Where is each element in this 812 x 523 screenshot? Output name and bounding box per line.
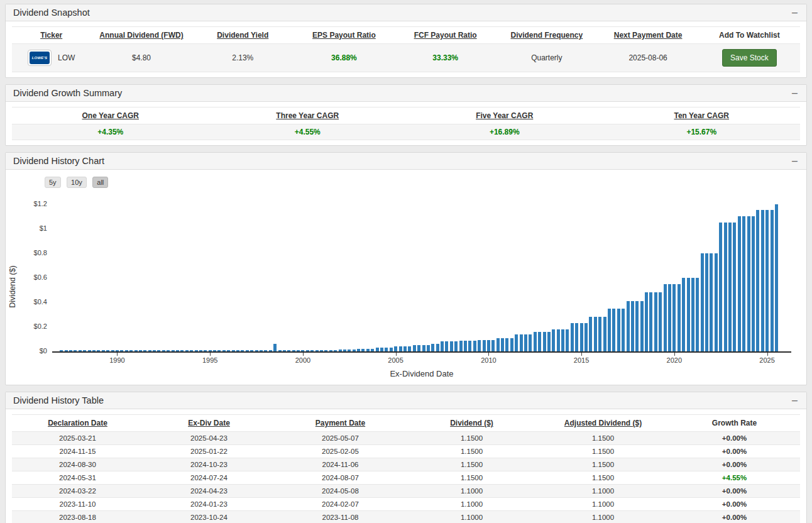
chart-bar	[236, 350, 239, 351]
x-tick-mark	[581, 353, 582, 356]
column-header-fcf-payout-ratio[interactable]: FCF Payout Ratio	[414, 31, 477, 40]
chart-bar	[761, 210, 764, 351]
column-header-dividend-frequency[interactable]: Dividend Frequency	[511, 31, 583, 40]
column-header-growth-rate: Growth Rate	[712, 419, 757, 427]
chart-bar	[190, 350, 193, 351]
column-header-one-year-cagr[interactable]: One Year CAGR	[82, 111, 139, 120]
chart-bar	[399, 346, 402, 351]
chart-collapse-button[interactable]: –	[791, 157, 799, 165]
history-collapse-button[interactable]: –	[791, 396, 799, 405]
y-tick-label: $0	[16, 347, 47, 355]
chart-bar	[728, 223, 732, 351]
chart-bar	[83, 350, 86, 351]
ticker-cell: LOWE'S LOW	[14, 50, 88, 66]
chart-panel-header: Dividend History Chart –	[6, 153, 806, 170]
range-button-10y[interactable]: 10y	[67, 177, 87, 188]
declaration-date-cell: 2023-11-10	[12, 498, 143, 511]
adjusted-dividend-cell: 1.1000	[537, 498, 669, 511]
chart-bar	[92, 350, 96, 351]
payment-date-cell: 2024-08-07	[275, 471, 406, 485]
chart-bar	[74, 350, 77, 351]
x-tick-mark	[117, 353, 118, 356]
chart-bar	[501, 338, 504, 352]
chart-bar	[324, 350, 327, 351]
growth-collapse-button[interactable]: –	[791, 89, 799, 97]
x-tick-label: 2010	[475, 356, 502, 364]
adjusted-dividend-cell: 1.1500	[537, 471, 669, 485]
x-tick-mark	[303, 353, 304, 356]
chart-bar	[505, 338, 508, 352]
x-tick-label: 2015	[568, 356, 595, 364]
chart-bar	[394, 346, 397, 351]
chart-bar	[60, 350, 63, 351]
chart-bar	[376, 348, 379, 351]
chart-bar	[255, 350, 258, 351]
chart-bar	[654, 292, 657, 351]
dividend-cell: 1.1000	[406, 485, 537, 498]
chart-bar	[417, 345, 420, 351]
save-stock-button[interactable]: Save Stock	[722, 49, 777, 67]
annual-dividend-value: $4.80	[91, 44, 192, 72]
chart-bar	[483, 340, 486, 351]
x-tick-mark	[674, 353, 675, 356]
chart-bar	[510, 338, 513, 352]
chart-bar	[97, 350, 100, 351]
growth-rate-cell: +0.00%	[669, 432, 800, 445]
x-tick-mark	[210, 353, 211, 356]
fcf-payout-ratio-value: 33.33%	[395, 44, 496, 72]
chart-bar	[589, 317, 592, 351]
chart-bar	[222, 350, 226, 351]
column-header-ticker[interactable]: Ticker	[40, 31, 62, 40]
chart-plot: $0$0.2$0.4$0.6$0.8$1$1.2	[52, 194, 791, 353]
chart-bar	[678, 284, 681, 351]
chart-bar	[209, 350, 212, 351]
payment-date-cell: 2025-02-05	[275, 445, 406, 458]
snapshot-collapse-button[interactable]: –	[791, 8, 799, 17]
column-header-ex-div-date[interactable]: Ex-Div Date	[188, 419, 230, 427]
column-header-eps-payout-ratio[interactable]: EPS Payout Ratio	[312, 31, 376, 40]
column-header-five-year-cagr[interactable]: Five Year CAGR	[476, 111, 533, 120]
column-header-next-payment-date[interactable]: Next Payment Date	[614, 31, 683, 40]
range-button-all[interactable]: all	[92, 177, 108, 188]
chart-bar	[538, 332, 541, 351]
chart-bar	[88, 350, 91, 351]
chart-bar	[672, 284, 676, 351]
y-tick-label: $0.6	[16, 273, 47, 281]
column-header-three-year-cagr[interactable]: Three Year CAGR	[276, 111, 339, 120]
x-tick-mark	[488, 353, 489, 356]
column-header-dividend[interactable]: Dividend ($)	[450, 419, 493, 427]
column-header-annual-dividend[interactable]: Annual Dividend (FWD)	[99, 31, 183, 40]
growth-panel-body: One Year CAGR Three Year CAGR Five Year …	[6, 102, 806, 145]
growth-panel-header: Dividend Growth Summary –	[6, 85, 806, 102]
chart-bar	[631, 301, 634, 351]
chart-bar	[459, 341, 463, 351]
column-header-adjusted-dividend[interactable]: Adjusted Dividend ($)	[564, 419, 642, 427]
chart-bar	[622, 309, 625, 351]
growth-rate-cell: +0.00%	[669, 485, 800, 498]
ex-div-date-cell: 2023-10-24	[143, 511, 275, 523]
chart-bar	[705, 253, 708, 351]
chart-bar	[120, 350, 123, 351]
chart-bar	[445, 341, 448, 351]
x-tick-mark	[767, 353, 768, 356]
chart-bar	[473, 341, 476, 351]
ex-div-date-cell: 2024-10-23	[143, 458, 275, 471]
column-header-payment-date[interactable]: Payment Date	[315, 419, 365, 427]
snapshot-row: LOWE'S LOW $4.80 2.13% 36.88% 33.33% Qua…	[12, 44, 800, 72]
column-header-declaration-date[interactable]: Declaration Date	[48, 419, 107, 427]
dividend-cell: 1.1500	[406, 458, 537, 471]
payment-date-cell: 2024-02-07	[275, 498, 406, 511]
snapshot-panel-body: Ticker Annual Dividend (FWD) Dividend Yi…	[6, 21, 806, 77]
growth-summary-table: One Year CAGR Three Year CAGR Five Year …	[12, 107, 800, 140]
range-button-5y[interactable]: 5y	[45, 177, 61, 188]
column-header-ten-year-cagr[interactable]: Ten Year CAGR	[674, 111, 729, 120]
table-row: 2025-03-212025-04-232025-05-071.15001.15…	[12, 432, 800, 445]
chart-bar	[738, 216, 741, 351]
chart-bar	[691, 278, 694, 351]
column-header-dividend-yield[interactable]: Dividend Yield	[217, 31, 268, 40]
x-tick-label: 2020	[661, 356, 688, 364]
chart-bar	[580, 323, 583, 351]
chart-bar	[232, 350, 235, 351]
chart-bar	[390, 348, 393, 351]
chart-bar	[348, 350, 351, 351]
